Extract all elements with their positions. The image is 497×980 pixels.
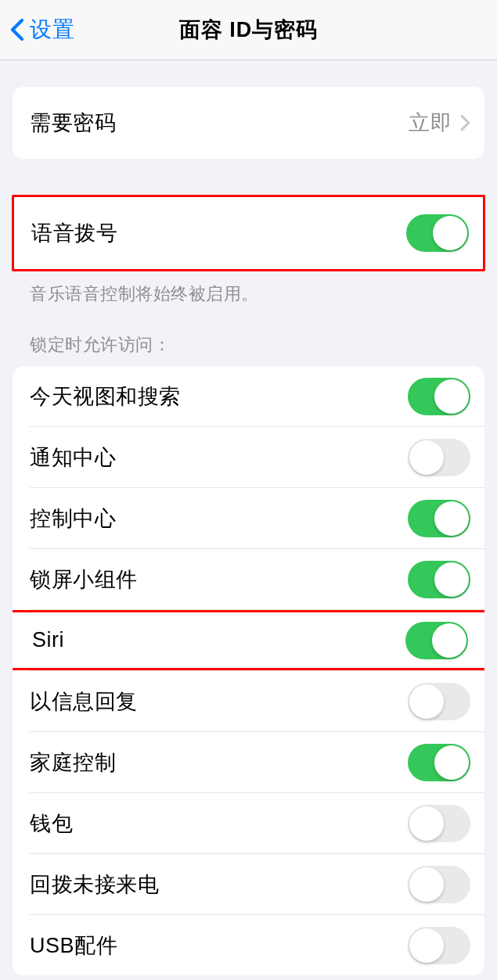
require-passcode-label: 需要密码 — [30, 109, 409, 137]
voice-dial-group: 语音拨号 — [14, 197, 483, 269]
lock-access-toggle[interactable] — [408, 927, 470, 964]
lock-access-row: 回拨未接来电 — [13, 854, 484, 914]
lock-access-row: 以信息回复 — [13, 671, 484, 731]
lock-access-label: 通知中心 — [30, 443, 408, 472]
highlight-siri-row: Siri — [13, 610, 484, 670]
lock-access-label: USB配件 — [30, 932, 408, 960]
lock-access-label: 回拨未接来电 — [30, 871, 408, 899]
passcode-group: 需要密码 立即 — [13, 87, 484, 159]
lock-access-label: 锁屏小组件 — [30, 565, 408, 594]
lock-access-row: 钱包 — [13, 793, 484, 853]
lock-access-toggle[interactable] — [405, 622, 468, 659]
lock-access-label: 钱包 — [30, 809, 408, 838]
lock-access-toggle[interactable] — [408, 439, 470, 476]
chevron-right-icon — [460, 114, 470, 131]
highlight-voice-dial: 语音拨号 — [12, 195, 485, 271]
lock-access-toggle[interactable] — [408, 500, 470, 537]
lock-access-toggle[interactable] — [408, 866, 470, 903]
voice-dial-footer: 音乐语音控制将始终被启用。 — [13, 271, 484, 307]
voice-dial-row: 语音拨号 — [14, 197, 483, 269]
lock-access-row: 通知中心 — [13, 427, 484, 487]
back-button[interactable]: 设置 — [0, 15, 75, 45]
lock-access-label: 家庭控制 — [30, 748, 408, 777]
lock-access-group: 今天视图和搜索通知中心控制中心锁屏小组件Siri以信息回复家庭控制钱包回拨未接来… — [13, 366, 484, 975]
lock-access-toggle[interactable] — [408, 683, 470, 720]
lock-access-row: 家庭控制 — [13, 732, 484, 792]
lock-access-header: 锁定时允许访问： — [13, 333, 484, 366]
voice-dial-toggle[interactable] — [406, 214, 469, 252]
back-label: 设置 — [30, 15, 75, 45]
lock-access-row: 控制中心 — [13, 488, 484, 548]
lock-access-toggle[interactable] — [408, 805, 470, 842]
lock-access-footer: iPhone锁定超过一小时后，需先解锁iPhone才能允许USB配件连接。 — [13, 975, 484, 980]
lock-access-toggle[interactable] — [408, 744, 470, 781]
require-passcode-value: 立即 — [409, 109, 452, 137]
lock-access-label: 控制中心 — [30, 504, 408, 533]
lock-access-toggle[interactable] — [408, 561, 470, 598]
lock-access-label: 以信息回复 — [30, 687, 408, 716]
voice-dial-label: 语音拨号 — [31, 219, 406, 247]
lock-access-row: 今天视图和搜索 — [13, 366, 484, 426]
require-passcode-row[interactable]: 需要密码 立即 — [13, 87, 484, 159]
lock-access-row: 锁屏小组件 — [13, 549, 484, 609]
lock-access-row: USB配件 — [13, 915, 484, 975]
navbar: 设置 面容 ID与密码 — [0, 0, 497, 60]
lock-access-label: Siri — [32, 628, 405, 652]
lock-access-label: 今天视图和搜索 — [30, 382, 408, 411]
chevron-left-icon — [9, 18, 25, 41]
lock-access-toggle[interactable] — [408, 378, 470, 415]
